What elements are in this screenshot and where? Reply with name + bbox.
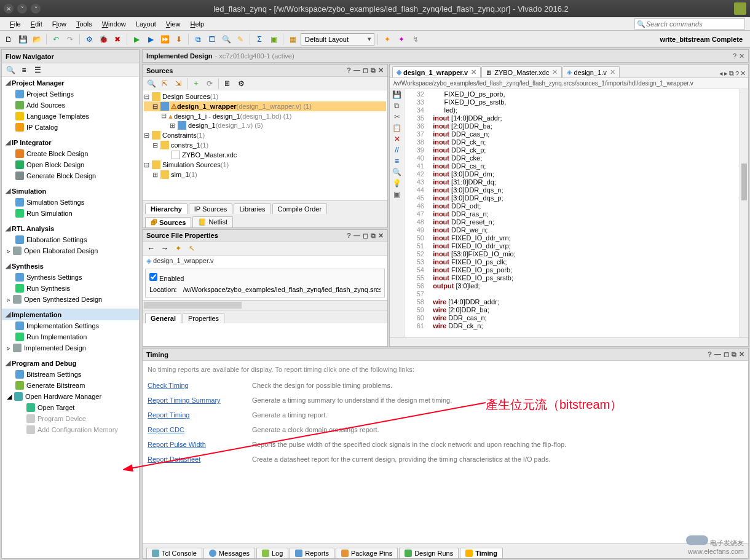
- open-elaborated-design[interactable]: ▹Open Elaborated Design: [2, 245, 139, 256]
- wand-icon[interactable]: ↯: [409, 33, 422, 45]
- generate-bitstream-icon[interactable]: ⬇: [173, 33, 185, 45]
- close-icon[interactable]: ✕: [740, 69, 746, 77]
- popout-icon[interactable]: ⧉: [371, 232, 376, 240]
- tab-tcl-console[interactable]: Tcl Console: [146, 548, 202, 558]
- tab-list-icon[interactable]: ⧉: [729, 69, 734, 77]
- code-area[interactable]: 32 FIXED_IO_ps_porb,33 FIXED_IO_ps_srstb…: [405, 89, 740, 337]
- timing-link[interactable]: Check Timing: [148, 378, 252, 393]
- close-icon[interactable]: ✕: [378, 232, 384, 240]
- bitstream-settings[interactable]: Bitstream Settings: [2, 369, 139, 380]
- close-icon[interactable]: ✕: [552, 68, 558, 76]
- expand-icon[interactable]: ☰: [31, 64, 44, 76]
- tab-sources[interactable]: 🗊Sources: [145, 217, 191, 227]
- section-rtl-analysis[interactable]: ◢RTL Analysis: [2, 223, 139, 234]
- window-split-icon[interactable]: ⧉: [192, 33, 204, 45]
- tab-compile-order[interactable]: Compile Order: [272, 203, 328, 214]
- minimize-icon[interactable]: —: [353, 66, 360, 74]
- elaboration-settings[interactable]: Elaboration Settings: [2, 234, 139, 245]
- cut-icon[interactable]: ✂: [394, 112, 400, 121]
- find-icon[interactable]: 🔍: [145, 77, 157, 90]
- editor-tab-xdc[interactable]: 🗏ZYBO_Master.xdc✕: [481, 66, 562, 77]
- menu-file[interactable]: File: [5, 19, 26, 29]
- add-sources-icon[interactable]: ＋: [190, 77, 202, 90]
- tab-package-pins[interactable]: Package Pins: [336, 548, 398, 558]
- tree-design-1-i[interactable]: ⊟▲design_1_i - design_1 (design_1.bd) (1…: [144, 111, 386, 120]
- synthesis-settings[interactable]: Synthesis Settings: [2, 272, 139, 283]
- timing-link[interactable]: Report Pulse Width: [148, 437, 252, 452]
- sources-tree[interactable]: ⊟Design Sources (1) ⊟⚠design_1_wrapper (…: [143, 90, 387, 200]
- tab-timing[interactable]: Timing: [460, 548, 503, 558]
- tree-constrs-1[interactable]: ⊟constrs_1 (1): [144, 140, 386, 150]
- tab-netlist[interactable]: 📒Netlist: [192, 216, 233, 227]
- tab-next-icon[interactable]: ▸: [724, 69, 728, 77]
- scrollbar-vertical[interactable]: [740, 89, 748, 337]
- tab-ip-sources[interactable]: IP Sources: [189, 203, 233, 214]
- run-all-icon[interactable]: ⏩: [159, 33, 171, 45]
- tree-xdc-file[interactable]: ZYBO_Master.xdc: [144, 150, 386, 160]
- menu-layout[interactable]: Layout: [131, 19, 161, 29]
- open-target[interactable]: Open Target: [2, 402, 139, 413]
- cancel-icon[interactable]: ✖: [111, 33, 124, 45]
- tab-hierarchy[interactable]: Hierarchy: [145, 203, 188, 214]
- mark-icon[interactable]: ✦: [395, 33, 408, 45]
- menu-flow[interactable]: Flow: [47, 19, 71, 29]
- tab-general[interactable]: General: [145, 313, 181, 323]
- menu-edit[interactable]: Edit: [26, 19, 47, 29]
- save-icon[interactable]: 💾: [392, 90, 401, 99]
- run-synthesis[interactable]: Run Synthesis: [2, 283, 139, 294]
- maximize-icon[interactable]: ◻: [724, 350, 729, 358]
- help-icon[interactable]: ?: [733, 52, 736, 60]
- popout-icon[interactable]: ⧉: [371, 66, 376, 74]
- tab-design-runs[interactable]: Design Runs: [399, 548, 459, 558]
- implemented-design[interactable]: ▹Implemented Design: [2, 342, 139, 353]
- timing-link[interactable]: Report Datasheet: [148, 452, 252, 467]
- comment-icon[interactable]: //: [395, 146, 399, 154]
- bulb-icon[interactable]: 💡: [392, 179, 401, 187]
- help-icon[interactable]: ?: [735, 70, 739, 77]
- cross-probe-icon[interactable]: ✦: [381, 33, 393, 45]
- add-sources[interactable]: Add Sources: [2, 100, 139, 111]
- search-commands-input[interactable]: [634, 18, 745, 30]
- nav-fwd-icon[interactable]: →: [159, 242, 171, 254]
- nav-back-icon[interactable]: ←: [145, 242, 157, 254]
- section-program-debug[interactable]: ◢Program and Debug: [2, 357, 139, 369]
- section-project-manager[interactable]: ◢Project Manager: [2, 77, 139, 89]
- implementation-settings[interactable]: Implementation Settings: [2, 320, 139, 331]
- layout-icon[interactable]: ▦: [286, 33, 299, 45]
- nav-ptr-icon[interactable]: ↖: [186, 242, 198, 254]
- close-window-icon[interactable]: ✕: [4, 4, 14, 14]
- chip-icon[interactable]: ▣: [393, 190, 400, 199]
- popout-icon[interactable]: ⧉: [732, 350, 736, 358]
- sigma-icon[interactable]: Σ: [253, 33, 266, 45]
- tab-properties[interactable]: Properties: [183, 313, 224, 323]
- create-block-design[interactable]: Create Block Design: [2, 148, 139, 159]
- new-project-icon[interactable]: 🗋: [2, 33, 15, 45]
- simulation-settings[interactable]: Simulation Settings: [2, 197, 139, 208]
- find-icon[interactable]: 🔍: [4, 64, 17, 76]
- run-implementation[interactable]: Run Implementation: [2, 331, 139, 342]
- chip-icon[interactable]: ▣: [267, 33, 280, 45]
- enabled-checkbox[interactable]: Enabled: [149, 275, 184, 282]
- open-block-design[interactable]: Open Block Design: [2, 159, 139, 170]
- open-icon[interactable]: 📂: [31, 33, 43, 45]
- menu-tools[interactable]: Tools: [71, 19, 97, 29]
- undo-icon[interactable]: ↶: [50, 33, 62, 45]
- tree-simulation-sources[interactable]: ⊟Simulation Sources (1): [144, 160, 386, 170]
- tab-log[interactable]: Log: [256, 548, 288, 558]
- section-ip-integrator[interactable]: ◢IP Integrator: [2, 136, 139, 148]
- tab-reports[interactable]: Reports: [290, 548, 334, 558]
- close-icon[interactable]: ✕: [610, 68, 615, 76]
- list-icon[interactable]: ≡: [395, 157, 399, 165]
- run-simulation[interactable]: Run Simulation: [2, 208, 139, 219]
- maximize-window-icon[interactable]: ˄: [31, 4, 41, 14]
- delete-icon[interactable]: ✕: [394, 135, 400, 143]
- menu-view[interactable]: View: [161, 19, 186, 29]
- project-settings[interactable]: Project Settings: [2, 89, 139, 100]
- maximize-icon[interactable]: ◻: [363, 232, 368, 240]
- help-icon[interactable]: ?: [708, 350, 712, 358]
- tab-libraries[interactable]: Libraries: [234, 203, 270, 214]
- highlight-icon[interactable]: ✎: [234, 33, 247, 45]
- refresh-icon[interactable]: ⟳: [203, 77, 216, 90]
- settings-icon[interactable]: ⚙: [83, 33, 95, 45]
- ip-catalog[interactable]: IP Catalog: [2, 122, 139, 133]
